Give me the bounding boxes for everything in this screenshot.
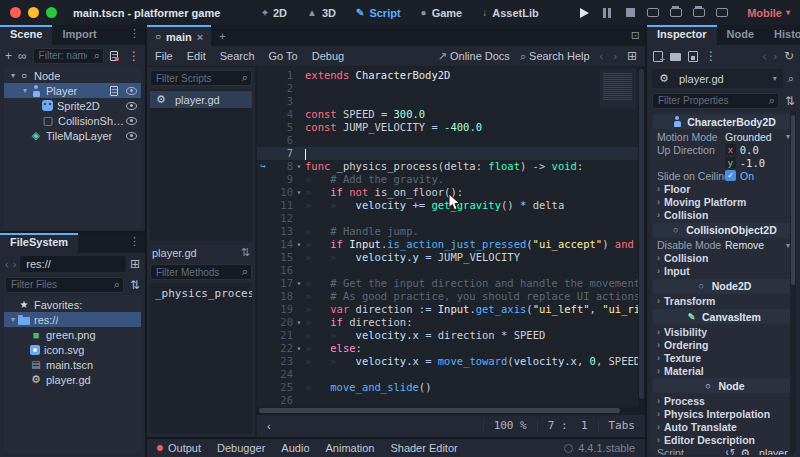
code-editor[interactable]: 1extends CharacterBody2D234const SPEED =… [257,67,645,407]
new-scene-tab-button[interactable]: + [211,28,233,44]
scene-menu-button[interactable]: ⋮ [128,50,140,62]
pause-button[interactable] [600,6,614,20]
inspector-history-forward[interactable]: › [773,50,777,62]
vertical-scrollbar[interactable] [638,67,645,407]
tab-scene[interactable]: Scene [0,25,52,45]
code-line[interactable]: 2 [257,82,645,95]
workspace-tab-script[interactable]: ✎Script [348,4,409,22]
inspector-group[interactable]: ›Texture [653,351,794,364]
code-line[interactable]: 3 [257,95,645,108]
property-tools-button[interactable]: ⇅ [785,95,795,107]
workspace-tab-2d[interactable]: ⌖2D [254,4,295,22]
code-line[interactable]: 19» var direction := Input.get_axis("ui_… [257,303,645,316]
play-button[interactable] [577,6,591,20]
code-line[interactable]: 12 [257,212,645,225]
inspector-group[interactable]: ›Moving Platform [653,195,794,208]
visibility-eye-icon[interactable] [126,117,137,125]
code-line[interactable]: 22▾» else: [257,342,645,355]
script-list-item[interactable]: ⚙player.gd [150,91,252,108]
remote-debug-button[interactable] [646,6,660,20]
workspace-tab-3d[interactable]: ▲3D [299,4,344,22]
inspector-group[interactable]: ›Material [653,364,794,377]
code-line[interactable]: 24 [257,368,645,381]
panel-layout-button[interactable]: ⊞ [627,50,637,62]
property-value[interactable]: Grounded [725,131,772,143]
code-line[interactable]: ↪8▾func _physics_process(delta: float) -… [257,160,645,173]
history-forward-button[interactable]: › [613,50,617,62]
zoom-level[interactable]: 100 % [483,419,537,433]
tab-node[interactable]: Node [717,25,765,45]
code-line[interactable]: 20▾» if direction: [257,316,645,329]
checkbox-checked[interactable]: ✓ [725,170,736,181]
code-line[interactable]: 21» » velocity.x = direction * SPEED [257,329,645,342]
filter-properties-input[interactable] [652,93,779,109]
menu-debug[interactable]: Debug [312,50,344,62]
code-line[interactable]: 7 [257,147,645,160]
bottom-panel-audio[interactable]: Audio [281,442,309,454]
inspector-group[interactable]: ›Ordering [653,338,794,351]
code-line[interactable]: 5const JUMP_VELOCITY = -400.0 [257,121,645,134]
save-resource-button[interactable] [688,51,698,62]
filesystem-tree-row[interactable]: ⚙player.gd [4,372,141,387]
tab-filesystem[interactable]: FileSystem [0,233,78,253]
visibility-eye-icon[interactable] [126,87,137,95]
movie-writer-button[interactable] [692,6,706,20]
code-line[interactable]: 1extends CharacterBody2D [257,69,645,82]
add-node-button[interactable]: + [5,50,12,62]
tab-inspector[interactable]: Inspector [647,25,717,45]
search-help-button[interactable]: ⌕Search Help [520,50,590,63]
inspector-group[interactable]: ›Collision [653,209,794,222]
new-resource-button[interactable] [653,51,663,62]
filesystem-menu-button[interactable]: ⋮ [124,233,145,253]
sort-methods-button[interactable]: ⇅ [241,246,250,259]
visibility-eye-icon[interactable] [126,132,137,140]
property-value[interactable]: Remove [725,239,764,251]
bottom-panel-output[interactable]: Output [157,442,201,454]
sort-files-button[interactable]: ⇅ [130,279,140,291]
screenshot-button[interactable] [715,6,729,20]
inspector-group[interactable]: ›Physics Interpolation [653,408,794,421]
filter-methods-input[interactable] [150,264,252,280]
tab-import[interactable]: Import [52,25,106,45]
inspector-group[interactable]: ›Transform [653,295,794,308]
code-line[interactable]: 26 [257,394,645,407]
menu-go-to[interactable]: Go To [269,50,298,62]
scene-tab-main[interactable]: ○ main × [147,25,211,46]
inspector-group[interactable]: ›Process [653,394,794,407]
filesystem-tree-row[interactable]: ■green.png [4,327,141,342]
split-view-button[interactable]: ⊞ [130,258,140,270]
inspector-group[interactable]: ›Editor Description [653,434,794,447]
bottom-panel-shader-editor[interactable]: Shader Editor [390,442,457,454]
inspector-group[interactable]: ›Floor [653,182,794,195]
nav-forward-button[interactable]: › [13,258,17,270]
fold-caret-icon[interactable]: ▾ [293,342,305,355]
renderer-dropdown[interactable]: Mobile ▾ [747,7,790,19]
filesystem-tree-row[interactable]: icon.svg [4,342,141,357]
menu-search[interactable]: Search [220,50,255,62]
inspector-group[interactable]: ›Input [653,265,794,278]
axis-value[interactable]: -1.0 [740,157,765,169]
fold-caret-icon[interactable]: ▾ [293,186,305,199]
fold-caret-icon[interactable]: ▾ [293,160,305,173]
bottom-panel-debugger[interactable]: Debugger [217,442,265,454]
maximize-window-button[interactable] [46,7,57,18]
tab-history[interactable]: History [764,25,800,45]
code-line[interactable]: 15» » velocity.y = JUMP_VELOCITY [257,251,645,264]
workspace-tab-assetlib[interactable]: ↓AssetLib [474,4,546,22]
horizontal-scrollbar[interactable] [257,407,645,415]
inspector-group[interactable]: ›Visibility [653,325,794,338]
filesystem-tree-row[interactable]: ★Favorites: [4,297,141,312]
scene-tree-row[interactable]: ▾Player [4,83,141,98]
inspector-group[interactable]: ›Auto Translate [653,421,794,434]
expander-icon[interactable]: ▾ [8,71,18,80]
indent-type[interactable]: Tabs [598,419,646,433]
code-line[interactable]: 14▾» if Input.is_action_just_pressed("ui… [257,238,645,251]
scene-tree-row[interactable]: ◈TileMapLayer [4,128,141,143]
script-badge-icon[interactable] [110,86,118,96]
code-line[interactable]: 17▾» # Get the input direction and handl… [257,277,645,290]
code-line[interactable]: 23» » velocity.x = move_toward(velocity.… [257,355,645,368]
minimize-window-button[interactable] [28,7,39,18]
inspector-group[interactable]: ›Collision [653,252,794,265]
code-line[interactable]: 9» # Add the gravity. [257,173,645,186]
fold-caret-icon[interactable]: ▾ [293,238,305,251]
